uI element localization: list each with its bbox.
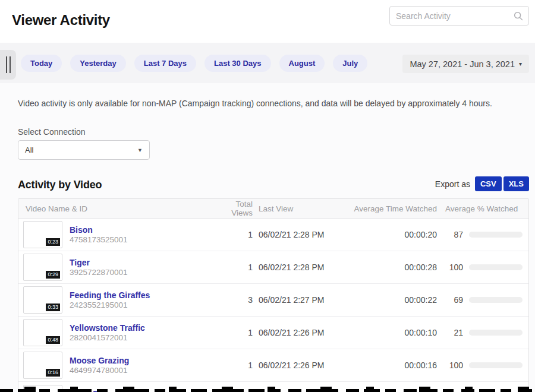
column-header-last-view: Last View: [253, 204, 354, 213]
video-name-link[interactable]: Feeding the Giraffes: [70, 290, 150, 300]
column-header-total-views: Total Views: [215, 200, 253, 217]
connection-selected-value: All: [25, 146, 33, 154]
video-id: 4649974780001: [70, 366, 129, 375]
caret-down-icon: ▼: [137, 147, 143, 153]
avg-pct-watched-value: 87: [445, 230, 463, 239]
duration-badge: 0:23: [46, 238, 60, 246]
avg-time-watched-value: 00:00:20: [354, 230, 437, 239]
avg-time-watched-value: 00:00:28: [354, 263, 437, 272]
last-view-value: 06/02/21 2:28 PM: [253, 263, 354, 272]
video-name-link[interactable]: Tiger: [70, 258, 128, 267]
column-header-video-name-id: Video Name & ID: [18, 204, 215, 213]
duration-badge: 0:33: [46, 304, 60, 311]
avg-pct-watched-value: 21: [445, 328, 463, 337]
table-row: 0:29 Tiger 3925722870001 1 06/02/21 2:28…: [18, 251, 528, 284]
last-view-value: 06/02/21 2:27 PM: [253, 295, 354, 305]
total-views-value: 1: [215, 263, 253, 272]
export-group: Export as CSVXLS: [435, 176, 529, 191]
export-buttons: CSVXLS: [475, 176, 529, 191]
pct-watched-bar: [469, 330, 523, 336]
connection-select-label: Select Connection: [18, 127, 529, 137]
last-view-value: 06/02/21 2:26 PM: [253, 328, 354, 337]
filter-pill-today[interactable]: Today: [21, 55, 62, 72]
connection-select[interactable]: All ▼: [18, 140, 150, 160]
video-thumbnail[interactable]: 0:29: [23, 254, 62, 281]
duration-badge: 0:29: [46, 271, 60, 279]
connection-select-group: Select Connection All ▼: [18, 127, 529, 160]
duration-badge: 0:48: [46, 336, 60, 344]
video-thumbnail[interactable]: [23, 385, 62, 392]
search-input[interactable]: [396, 11, 513, 21]
search-box: [389, 6, 529, 26]
video-thumbnail[interactable]: 0:23: [23, 221, 62, 248]
column-header-average-time-watched: Average Time Watched: [354, 204, 437, 213]
video-id: 2820041572001: [70, 333, 145, 342]
top-header: Viewer Activity: [0, 0, 535, 43]
filter-pill-yesterday[interactable]: Yesterday: [70, 55, 125, 72]
avg-time-watched-value: 00:00:16: [354, 361, 437, 370]
filter-pill-august[interactable]: August: [279, 55, 325, 72]
drawer-handle[interactable]: [0, 50, 16, 80]
video-id: 3925722870001: [70, 268, 128, 277]
filter-bar: TodayYesterdayLast 7 DaysLast 30 DaysAug…: [0, 43, 535, 83]
pct-watched-bar: [469, 362, 523, 368]
duration-badge: 0:16: [46, 369, 60, 377]
export-csv-button[interactable]: CSV: [475, 176, 502, 191]
activity-section-title: Activity by Video: [18, 179, 102, 191]
table-header-row: Video Name & IDTotal ViewsLast ViewAvera…: [18, 199, 528, 219]
total-views-value: 1: [215, 361, 253, 370]
video-thumbnail[interactable]: 0:33: [23, 286, 62, 314]
table-row: 0:23 Bison 4758173525001 1 06/02/21 2:28…: [18, 219, 528, 251]
pct-watched-bar: [469, 232, 523, 238]
video-name-link[interactable]: Baby Chimp: [70, 389, 126, 392]
total-views-value: 1: [215, 230, 253, 239]
filter-pill-last-30-days[interactable]: Last 30 Days: [204, 55, 271, 72]
video-name-link[interactable]: Bison: [70, 225, 128, 235]
column-header-average-watched: Average % Watched: [437, 204, 528, 213]
table-row: 0:48 Yellowstone Traffic 2820041572001 1…: [18, 317, 528, 349]
search-icon[interactable]: [513, 11, 524, 21]
table-body: 0:23 Bison 4758173525001 1 06/02/21 2:28…: [18, 219, 528, 392]
video-name-link[interactable]: Moose Grazing: [70, 356, 129, 365]
caret-down-icon: ▾: [519, 61, 522, 67]
table-row: 0:16 Moose Grazing 4649974780001 1 06/02…: [18, 349, 528, 382]
viewer-activity-page: Viewer Activity TodayYesterdayLast 7 Day…: [0, 0, 535, 392]
filter-pill-july[interactable]: July: [333, 55, 367, 72]
last-view-value: 06/02/21 2:28 PM: [253, 230, 354, 239]
video-id: 4758173525001: [70, 235, 128, 244]
page-title: Viewer Activity: [12, 12, 110, 29]
avg-pct-watched-value: 100: [445, 263, 463, 272]
last-view-value: 06/02/21 2:26 PM: [253, 361, 354, 370]
pct-watched-bar: [469, 297, 523, 303]
avg-pct-watched-value: 69: [445, 295, 463, 305]
video-thumbnail[interactable]: 0:16: [23, 352, 62, 379]
video-id: 2423552195001: [70, 301, 150, 309]
total-views-value: 1: [215, 328, 253, 337]
avg-time-watched-value: 00:00:22: [354, 295, 437, 305]
date-range-selector[interactable]: May 27, 2021 - Jun 3, 2021 ▾: [402, 55, 529, 73]
avg-pct-watched-value: 100: [445, 361, 463, 370]
video-thumbnail[interactable]: 0:48: [23, 319, 62, 346]
avg-time-watched-value: 00:00:10: [354, 328, 437, 337]
availability-notice: Video activity is only available for non…: [18, 99, 529, 108]
table-row: 0:33 Feeding the Giraffes 2423552195001 …: [18, 284, 528, 317]
video-name-link[interactable]: Yellowstone Traffic: [70, 323, 145, 333]
date-range-label: May 27, 2021 - Jun 3, 2021: [410, 59, 515, 69]
date-preset-pills: TodayYesterdayLast 7 DaysLast 30 DaysAug…: [21, 55, 367, 72]
pct-watched-bar: [469, 264, 523, 270]
main-content: Video activity is only available for non…: [0, 99, 535, 392]
export-xls-button[interactable]: XLS: [503, 176, 529, 191]
export-as-label: Export as: [435, 179, 470, 189]
filter-pill-last-7-days[interactable]: Last 7 Days: [134, 55, 196, 72]
total-views-value: 3: [215, 295, 253, 305]
activity-by-video-table: Video Name & IDTotal ViewsLast ViewAvera…: [18, 198, 529, 392]
activity-section-head: Activity by Video Export as CSVXLS: [18, 176, 529, 191]
table-row: Baby Chimp 5263118111001 1 06/02/21 2:25…: [18, 382, 528, 392]
